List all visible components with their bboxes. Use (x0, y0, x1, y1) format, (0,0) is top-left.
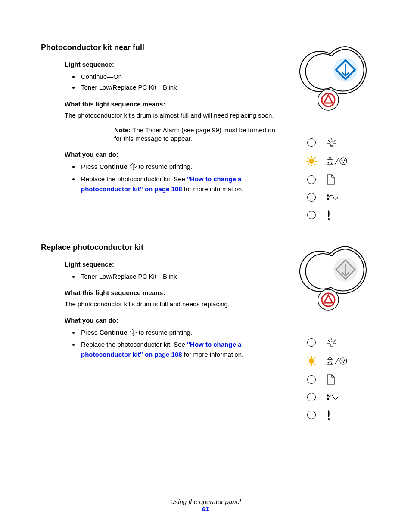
svg-line-19 (308, 157, 309, 159)
svg-line-10 (328, 140, 330, 142)
light-off-icon (307, 393, 316, 401)
footer-title: Using the operator panel (0, 498, 411, 505)
svg-point-62 (330, 361, 330, 362)
operator-panel-icon (295, 243, 372, 329)
operator-panel-icon (295, 43, 372, 129)
note-block: Note: The Toner Alarm (see page 99) must… (114, 126, 282, 143)
means-heading: What this light sequence means: (65, 100, 282, 108)
svg-point-50 (309, 358, 314, 364)
list-item: Press Continue to resume printing. (79, 162, 282, 173)
paper-jam-icon (326, 193, 339, 202)
svg-point-71 (328, 418, 330, 420)
means-text: The photoconductor kit's drum is almost … (65, 111, 282, 120)
text: Replace the photoconductor kit. See (81, 175, 187, 183)
svg-line-56 (314, 364, 315, 365)
svg-point-26 (330, 162, 330, 162)
light-off-icon (307, 411, 316, 419)
section-title: Photoconductor kit near full (41, 43, 282, 52)
svg-point-29 (340, 158, 347, 165)
light-off-icon (307, 211, 316, 219)
svg-line-28 (335, 158, 339, 165)
light-blink-icon (306, 156, 317, 166)
text: Press (81, 329, 100, 336)
text: Press (81, 163, 100, 170)
svg-point-65 (340, 358, 347, 364)
svg-point-25 (328, 162, 329, 163)
load-paper-icon (326, 174, 336, 185)
list-item: Toner Low/Replace PC Kit—Blink (79, 82, 282, 92)
section-2-diagram (295, 243, 372, 426)
light-status-table (299, 134, 368, 226)
paper-jam-icon (326, 393, 339, 401)
section-1-text: Photoconductor kit near full Light seque… (41, 43, 282, 196)
svg-point-30 (342, 160, 342, 161)
text: to resume printing. (139, 329, 192, 336)
svg-line-21 (308, 164, 309, 165)
svg-point-27 (331, 163, 332, 164)
note-text: The Toner Alarm (see page 99) must be tu… (114, 126, 275, 142)
note-label: Note: (114, 126, 131, 134)
svg-line-57 (308, 364, 309, 365)
svg-point-68 (343, 362, 344, 363)
do-list: Press Continue to resume printing. Repla… (65, 327, 282, 360)
light-sequence-list: Continue—On Toner Low/Replace PC Kit—Bli… (65, 72, 282, 93)
svg-marker-24 (328, 157, 332, 159)
list-item: Continue—On (79, 72, 282, 81)
svg-line-22 (314, 157, 315, 159)
footer-page-number: 61 (0, 505, 411, 513)
svg-point-33 (327, 195, 329, 196)
svg-line-46 (328, 340, 330, 342)
svg-point-61 (328, 362, 329, 363)
svg-point-44 (330, 342, 333, 345)
section-2-text: Replace photoconductor kit Light sequenc… (41, 243, 282, 362)
svg-point-35 (328, 218, 330, 220)
svg-point-69 (327, 395, 329, 396)
do-heading: What you can do: (65, 151, 282, 158)
do-list: Press Continue to resume printing. Repla… (65, 162, 282, 194)
error-icon (326, 209, 331, 221)
svg-point-66 (342, 360, 342, 361)
svg-point-31 (344, 160, 345, 161)
svg-marker-60 (328, 357, 332, 359)
light-off-icon (307, 193, 316, 202)
page-footer: Using the operator panel 61 (0, 498, 411, 513)
list-item: Replace the photoconductor kit. See "How… (79, 339, 282, 360)
toner-low-icon (326, 156, 348, 166)
light-blink-icon (306, 356, 317, 366)
list-item: Toner Low/Replace PC Kit—Blink (79, 271, 282, 281)
svg-line-58 (314, 357, 315, 358)
svg-point-70 (327, 398, 329, 400)
continue-diamond-icon (129, 162, 137, 173)
means-text: The photoconductor kit's drum is full an… (65, 300, 282, 308)
svg-point-34 (327, 198, 329, 200)
do-heading: What you can do: (65, 317, 282, 324)
continue-diamond-icon (129, 328, 137, 339)
section-title: Replace photoconductor kit (41, 243, 282, 252)
toner-low-icon (326, 356, 348, 366)
svg-point-67 (344, 360, 345, 361)
section-1-diagram (295, 43, 372, 226)
svg-line-47 (334, 340, 336, 342)
error-icon (326, 409, 331, 420)
svg-point-14 (309, 159, 314, 164)
svg-line-11 (334, 140, 336, 142)
list-item: Replace the photoconductor kit. See "How… (79, 174, 282, 194)
light-off-icon (307, 138, 316, 147)
light-sequence-list: Toner Low/Replace PC Kit—Blink (65, 271, 282, 281)
svg-point-8 (330, 142, 333, 145)
light-off-icon (307, 338, 316, 347)
svg-line-55 (308, 357, 309, 358)
continue-word: Continue (100, 163, 128, 170)
ready-light-icon (326, 337, 337, 348)
light-status-table (299, 333, 368, 426)
continue-word: Continue (100, 329, 128, 336)
svg-point-63 (331, 363, 332, 364)
ready-light-icon (326, 137, 337, 148)
svg-line-20 (314, 164, 315, 165)
light-sequence-heading: Light sequence: (65, 61, 282, 68)
load-paper-icon (326, 374, 336, 385)
list-item: Press Continue to resume printing. (79, 327, 282, 339)
svg-point-5 (318, 90, 339, 110)
svg-line-64 (335, 358, 339, 364)
light-off-icon (307, 175, 316, 184)
